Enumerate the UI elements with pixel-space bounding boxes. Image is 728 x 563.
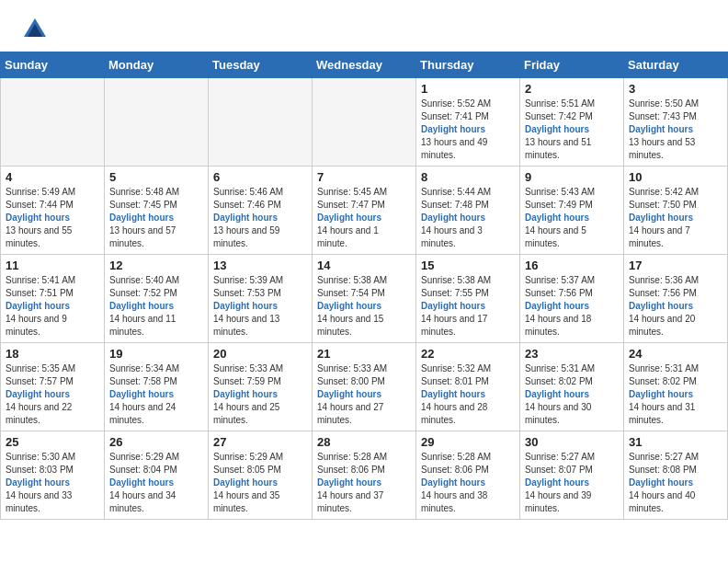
weekday-header-monday: Monday xyxy=(105,52,209,78)
day-number: 8 xyxy=(421,170,515,184)
day-number: 23 xyxy=(525,347,619,361)
day-info: Sunrise: 5:41 AMSunset: 7:51 PMDaylight … xyxy=(6,274,99,339)
day-info: Sunrise: 5:31 AMSunset: 8:02 PMDaylight … xyxy=(629,362,722,427)
day-info: Sunrise: 5:48 AMSunset: 7:45 PMDaylight … xyxy=(109,186,203,250)
calendar-day-cell: 30Sunrise: 5:27 AMSunset: 8:07 PMDayligh… xyxy=(520,431,624,520)
weekday-header-friday: Friday xyxy=(520,52,624,78)
weekday-header-thursday: Thursday xyxy=(416,52,520,78)
day-info: Sunrise: 5:29 AMSunset: 8:04 PMDaylight … xyxy=(109,451,203,515)
day-number: 26 xyxy=(109,435,203,449)
calendar-day-cell: 1Sunrise: 5:52 AMSunset: 7:41 PMDaylight… xyxy=(416,78,520,167)
calendar-day-cell: 6Sunrise: 5:46 AMSunset: 7:46 PMDaylight… xyxy=(209,167,313,255)
calendar-day-cell: 29Sunrise: 5:28 AMSunset: 8:06 PMDayligh… xyxy=(416,431,520,520)
day-number: 24 xyxy=(629,347,722,361)
day-number: 31 xyxy=(629,435,722,449)
day-number: 3 xyxy=(629,82,722,96)
calendar-day-cell: 12Sunrise: 5:40 AMSunset: 7:52 PMDayligh… xyxy=(105,255,209,343)
day-number: 17 xyxy=(629,259,722,272)
day-info: Sunrise: 5:42 AMSunset: 7:50 PMDaylight … xyxy=(629,186,722,250)
calendar-day-cell: 7Sunrise: 5:45 AMSunset: 7:47 PMDaylight… xyxy=(313,167,416,255)
day-info: Sunrise: 5:38 AMSunset: 7:55 PMDaylight … xyxy=(421,274,515,339)
calendar-day-cell: 13Sunrise: 5:39 AMSunset: 7:53 PMDayligh… xyxy=(209,255,313,343)
day-number: 10 xyxy=(629,170,722,184)
day-info: Sunrise: 5:36 AMSunset: 7:56 PMDaylight … xyxy=(629,274,722,339)
day-number: 12 xyxy=(109,259,203,272)
day-info: Sunrise: 5:50 AMSunset: 7:43 PMDaylight … xyxy=(629,98,722,162)
day-info: Sunrise: 5:33 AMSunset: 8:00 PMDaylight … xyxy=(317,362,411,427)
day-number: 19 xyxy=(109,347,203,361)
calendar-day-cell: 2Sunrise: 5:51 AMSunset: 7:42 PMDaylight… xyxy=(520,78,624,167)
day-number: 30 xyxy=(525,435,619,449)
calendar-day-cell: 11Sunrise: 5:41 AMSunset: 7:51 PMDayligh… xyxy=(1,255,105,343)
day-info: Sunrise: 5:51 AMSunset: 7:42 PMDaylight … xyxy=(525,98,619,162)
calendar-day-cell: 28Sunrise: 5:28 AMSunset: 8:06 PMDayligh… xyxy=(313,431,416,520)
day-number: 5 xyxy=(109,170,203,184)
day-number: 7 xyxy=(317,170,411,184)
day-info: Sunrise: 5:38 AMSunset: 7:54 PMDaylight … xyxy=(317,274,411,339)
calendar-day-cell: 27Sunrise: 5:29 AMSunset: 8:05 PMDayligh… xyxy=(209,431,313,520)
calendar-day-cell: 14Sunrise: 5:38 AMSunset: 7:54 PMDayligh… xyxy=(313,255,416,343)
day-number: 28 xyxy=(317,435,411,449)
weekday-header-wednesday: Wednesday xyxy=(313,52,416,78)
day-info: Sunrise: 5:46 AMSunset: 7:46 PMDaylight … xyxy=(213,186,307,250)
day-number: 16 xyxy=(525,259,619,272)
day-info: Sunrise: 5:33 AMSunset: 7:59 PMDaylight … xyxy=(213,362,307,427)
day-number: 25 xyxy=(6,435,99,449)
calendar-day-cell xyxy=(313,78,416,167)
day-info: Sunrise: 5:34 AMSunset: 7:58 PMDaylight … xyxy=(109,362,203,427)
day-info: Sunrise: 5:28 AMSunset: 8:06 PMDaylight … xyxy=(317,451,411,515)
calendar-day-cell: 21Sunrise: 5:33 AMSunset: 8:00 PMDayligh… xyxy=(313,343,416,431)
weekday-header-sunday: Sunday xyxy=(1,52,105,78)
calendar-day-cell xyxy=(1,78,105,167)
calendar-day-cell: 22Sunrise: 5:32 AMSunset: 8:01 PMDayligh… xyxy=(416,343,520,431)
day-info: Sunrise: 5:39 AMSunset: 7:53 PMDaylight … xyxy=(213,274,307,339)
calendar-day-cell xyxy=(105,78,209,167)
day-info: Sunrise: 5:44 AMSunset: 7:48 PMDaylight … xyxy=(421,186,515,250)
day-info: Sunrise: 5:30 AMSunset: 8:03 PMDaylight … xyxy=(6,451,99,515)
calendar-day-cell: 31Sunrise: 5:27 AMSunset: 8:08 PMDayligh… xyxy=(624,431,728,520)
calendar-day-cell: 4Sunrise: 5:49 AMSunset: 7:44 PMDaylight… xyxy=(1,167,105,255)
calendar-day-cell: 9Sunrise: 5:43 AMSunset: 7:49 PMDaylight… xyxy=(520,167,624,255)
day-number: 13 xyxy=(213,259,307,272)
logo-icon xyxy=(22,17,48,42)
calendar-day-cell: 18Sunrise: 5:35 AMSunset: 7:57 PMDayligh… xyxy=(1,343,105,431)
day-number: 9 xyxy=(525,170,619,184)
day-info: Sunrise: 5:28 AMSunset: 8:06 PMDaylight … xyxy=(421,451,515,515)
calendar-week-row: 4Sunrise: 5:49 AMSunset: 7:44 PMDaylight… xyxy=(1,167,728,255)
day-info: Sunrise: 5:32 AMSunset: 8:01 PMDaylight … xyxy=(421,362,515,427)
calendar-day-cell: 24Sunrise: 5:31 AMSunset: 8:02 PMDayligh… xyxy=(624,343,728,431)
logo xyxy=(22,17,51,42)
calendar-day-cell: 19Sunrise: 5:34 AMSunset: 7:58 PMDayligh… xyxy=(105,343,209,431)
calendar-day-cell: 8Sunrise: 5:44 AMSunset: 7:48 PMDaylight… xyxy=(416,167,520,255)
day-info: Sunrise: 5:49 AMSunset: 7:44 PMDaylight … xyxy=(6,186,99,250)
day-number: 4 xyxy=(6,170,99,184)
calendar-day-cell: 25Sunrise: 5:30 AMSunset: 8:03 PMDayligh… xyxy=(1,431,105,520)
calendar-header-row: SundayMondayTuesdayWednesdayThursdayFrid… xyxy=(1,52,728,78)
day-info: Sunrise: 5:40 AMSunset: 7:52 PMDaylight … xyxy=(109,274,203,339)
calendar-day-cell: 16Sunrise: 5:37 AMSunset: 7:56 PMDayligh… xyxy=(520,255,624,343)
calendar-week-row: 11Sunrise: 5:41 AMSunset: 7:51 PMDayligh… xyxy=(1,255,728,343)
calendar-table: SundayMondayTuesdayWednesdayThursdayFrid… xyxy=(0,52,728,520)
day-info: Sunrise: 5:27 AMSunset: 8:08 PMDaylight … xyxy=(629,451,722,515)
calendar-day-cell: 15Sunrise: 5:38 AMSunset: 7:55 PMDayligh… xyxy=(416,255,520,343)
day-number: 18 xyxy=(6,347,99,361)
day-number: 2 xyxy=(525,82,619,96)
day-number: 1 xyxy=(421,82,515,96)
day-info: Sunrise: 5:35 AMSunset: 7:57 PMDaylight … xyxy=(6,362,99,427)
day-info: Sunrise: 5:31 AMSunset: 8:02 PMDaylight … xyxy=(525,362,619,427)
calendar-day-cell: 3Sunrise: 5:50 AMSunset: 7:43 PMDaylight… xyxy=(624,78,728,167)
day-number: 14 xyxy=(317,259,411,272)
calendar-week-row: 18Sunrise: 5:35 AMSunset: 7:57 PMDayligh… xyxy=(1,343,728,431)
calendar-week-row: 25Sunrise: 5:30 AMSunset: 8:03 PMDayligh… xyxy=(1,431,728,520)
day-number: 27 xyxy=(213,435,307,449)
day-info: Sunrise: 5:45 AMSunset: 7:47 PMDaylight … xyxy=(317,186,411,250)
calendar-day-cell: 23Sunrise: 5:31 AMSunset: 8:02 PMDayligh… xyxy=(520,343,624,431)
calendar-day-cell: 10Sunrise: 5:42 AMSunset: 7:50 PMDayligh… xyxy=(624,167,728,255)
day-number: 15 xyxy=(421,259,515,272)
page-header xyxy=(0,0,728,52)
day-number: 21 xyxy=(317,347,411,361)
day-info: Sunrise: 5:29 AMSunset: 8:05 PMDaylight … xyxy=(213,451,307,515)
calendar-week-row: 1Sunrise: 5:52 AMSunset: 7:41 PMDaylight… xyxy=(1,78,728,167)
day-number: 20 xyxy=(213,347,307,361)
calendar-day-cell: 5Sunrise: 5:48 AMSunset: 7:45 PMDaylight… xyxy=(105,167,209,255)
